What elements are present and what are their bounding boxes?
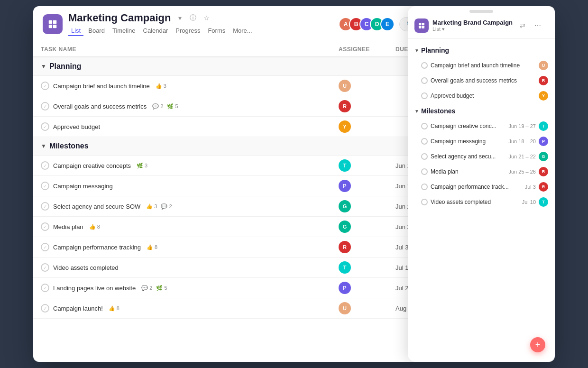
title-area: Marketing Campaign ▾ ⓘ ☆ List Board Time… <box>68 12 255 36</box>
avatar: E <box>380 17 395 31</box>
panel-task-name: Select agency and secu... <box>431 153 506 160</box>
tab-calendar[interactable]: Calendar <box>140 26 171 36</box>
tab-board[interactable]: Board <box>85 26 108 36</box>
panel-task-name: Media plan <box>431 168 506 175</box>
panel-task-checkbox[interactable] <box>421 123 428 129</box>
panel-task-name: Approved budget <box>431 92 533 99</box>
panel-task-checkbox[interactable] <box>421 199 428 205</box>
svg-rect-2 <box>49 24 52 28</box>
task-checkbox[interactable]: ✓ <box>41 284 49 292</box>
svg-rect-3 <box>53 24 56 28</box>
subtasks-badge: 🌿 3 <box>137 163 147 169</box>
panel-task-name: Overall goals and success metrics <box>431 77 533 84</box>
panel-task-checkbox[interactable] <box>421 168 428 175</box>
panel-section-planning[interactable]: ▼ Planning <box>408 43 555 58</box>
likes-badge: 👍 3 <box>146 203 157 210</box>
panel-task-checkbox[interactable] <box>421 77 428 84</box>
panel-view-chevron: ▾ <box>442 26 445 32</box>
chevron-icon: ▼ <box>414 48 419 53</box>
list-item[interactable]: Media plan Jun 25 – 26 R <box>408 164 555 179</box>
panel-task-checkbox[interactable] <box>421 153 428 160</box>
panel-task-checkbox[interactable] <box>421 184 428 190</box>
task-checkbox[interactable]: ✓ <box>41 161 49 170</box>
comments-badge: 💬 2 <box>152 103 163 110</box>
assignee-avatar: G <box>339 221 351 233</box>
app-icon <box>43 14 63 34</box>
assignee-avatar: U <box>339 80 351 92</box>
header-avatars: A B C D E <box>339 17 395 31</box>
panel-section-title: Planning <box>421 46 449 54</box>
panel-task-name: Campaign brief and launch timeline <box>431 62 533 69</box>
subtasks-badge: 🌿 5 <box>167 103 178 110</box>
panel-task-avatar: R <box>539 167 548 176</box>
likes-badge: 👍 3 <box>156 83 166 89</box>
panel-section-milestones[interactable]: ▼ Milestones <box>408 103 555 119</box>
tab-list[interactable]: List <box>68 26 83 36</box>
panel-task-date: Jul 3 <box>525 184 536 190</box>
list-item[interactable]: Video assets completed Jul 10 T <box>408 194 555 210</box>
tab-forms[interactable]: Forms <box>205 26 228 36</box>
assignee-avatar: P <box>339 282 351 294</box>
svg-rect-1 <box>53 20 56 23</box>
task-checkbox[interactable]: ✓ <box>41 82 49 90</box>
list-item[interactable]: Campaign messaging Jun 18 – 20 P <box>408 134 555 149</box>
likes-badge: 👍 8 <box>89 224 100 230</box>
panel-task-checkbox[interactable] <box>421 92 428 99</box>
panel-subtitle: List ▾ <box>432 26 513 32</box>
section-title: Planning <box>49 62 82 71</box>
panel-title: Marketing Brand Campaign <box>432 19 513 26</box>
tab-timeline[interactable]: Timeline <box>110 26 138 36</box>
task-name: Overall goals and success metrics <box>53 103 147 110</box>
panel-task-avatar: U <box>539 61 548 70</box>
panel-task-date: Jun 19 – 27 <box>509 123 536 129</box>
panel-task-name: Video assets completed <box>431 199 519 205</box>
dropdown-icon[interactable]: ▾ <box>175 13 185 23</box>
panel-filter-button[interactable]: ⇄ <box>516 19 529 32</box>
task-checkbox[interactable]: ✓ <box>41 182 49 190</box>
panel-fab-button[interactable]: + <box>530 337 545 352</box>
side-panel: Marketing Brand Campaign List ▾ ⇄ ⋯ ▼ Pl… <box>408 6 555 362</box>
panel-task-date: Jun 21 – 22 <box>509 154 536 159</box>
svg-rect-0 <box>49 20 52 23</box>
panel-task-date: Jun 18 – 20 <box>509 138 536 144</box>
list-item[interactable]: Overall goals and success metrics R <box>408 73 555 88</box>
task-checkbox[interactable]: ✓ <box>41 122 49 131</box>
panel-task-checkbox[interactable] <box>421 62 428 69</box>
star-icon[interactable]: ☆ <box>201 13 211 23</box>
panel-task-checkbox[interactable] <box>421 138 428 145</box>
assignee-avatar: T <box>339 261 351 274</box>
list-item[interactable]: Campaign performance track... Jul 3 R <box>408 179 555 194</box>
likes-badge: 👍 8 <box>109 305 119 312</box>
svg-rect-7 <box>422 26 424 28</box>
task-checkbox[interactable]: ✓ <box>41 222 49 231</box>
section-title: Milestones <box>49 142 89 150</box>
list-item[interactable]: Campaign creative conc... Jun 19 – 27 T <box>408 119 555 134</box>
task-name: Approved budget <box>53 123 100 130</box>
task-checkbox[interactable]: ✓ <box>41 304 49 313</box>
list-item[interactable]: Campaign brief and launch timeline U <box>408 58 555 73</box>
list-item[interactable]: Select agency and secu... Jun 21 – 22 G <box>408 149 555 164</box>
panel-header: Marketing Brand Campaign List ▾ ⇄ ⋯ <box>408 13 555 39</box>
task-name: Campaign messaging <box>53 183 113 190</box>
tab-progress[interactable]: Progress <box>173 26 203 36</box>
list-item[interactable]: Approved budget Y <box>408 88 555 103</box>
assignee-avatar: T <box>339 159 351 172</box>
task-checkbox[interactable]: ✓ <box>41 102 49 110</box>
nav-tabs: List Board Timeline Calendar Progress Fo… <box>68 26 255 36</box>
tab-more[interactable]: More... <box>230 26 255 36</box>
info-icon[interactable]: ⓘ <box>188 13 198 23</box>
project-title: Marketing Campaign <box>68 12 171 24</box>
panel-more-button[interactable]: ⋯ <box>532 19 544 32</box>
panel-task-avatar: Y <box>539 91 548 101</box>
assignee-avatar: U <box>339 302 351 314</box>
task-name: Video assets completed <box>53 264 119 271</box>
task-checkbox[interactable]: ✓ <box>41 243 49 251</box>
task-name: Campaign brief and launch timeline <box>53 83 150 90</box>
task-name: Campaign performance tracking <box>53 244 141 251</box>
chevron-icon: ▼ <box>414 109 419 114</box>
task-checkbox[interactable]: ✓ <box>41 263 49 272</box>
panel-task-avatar: R <box>539 76 548 85</box>
task-name: Campaign launch! <box>53 305 103 312</box>
panel-app-icon <box>414 18 429 33</box>
task-checkbox[interactable]: ✓ <box>41 202 49 211</box>
